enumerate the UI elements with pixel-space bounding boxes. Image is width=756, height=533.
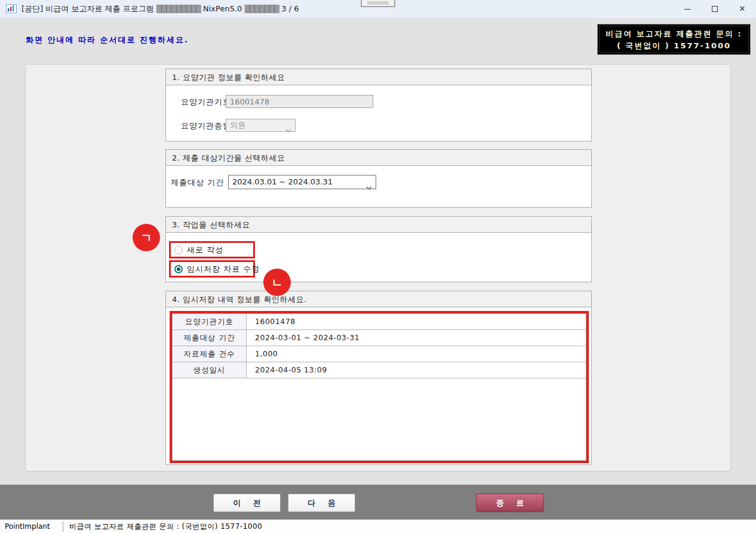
close-icon: ✕ <box>739 4 746 13</box>
annotation-badge-nieun: ㄴ <box>263 269 291 296</box>
table-row-value: 2024-04-05 13:09 <box>247 362 586 378</box>
title-separator-1: ▒▒▒▒▒▒▒▒▒ <box>156 5 201 13</box>
status-app-name: PointImplant <box>5 520 50 533</box>
table-row-label: 생성일시 <box>173 362 247 378</box>
application-window: [공단] 비급여 보고자료 제출 프로그램 ▒▒▒▒▒▒▒▒▒ NixPen5.… <box>0 0 756 533</box>
radio-option-new[interactable]: 새로 작성 <box>171 243 253 257</box>
period-select[interactable]: 2024.03.01 ~ 2024.03.31 <box>228 175 376 189</box>
table-row-value: 16001478 <box>247 314 586 329</box>
status-message: 비급여 보고자료 제출관련 문의 : (국번없이) 1577-1000 <box>69 520 262 533</box>
minimize-icon <box>684 9 691 10</box>
contact-line-2: ( 국번없이 ) 1577-1000 <box>598 40 750 52</box>
step-indicator: 3 / 6 <box>281 4 299 13</box>
table-row: 자료제출 건수 1,000 <box>173 346 586 362</box>
org-type-select: 의원 <box>226 119 296 132</box>
saved-info-table: 요양기관기호 16001478 제출대상 기간 2024-03-01 ~ 202… <box>172 313 586 461</box>
chevron-down-icon <box>366 181 372 194</box>
minimize-button[interactable] <box>674 0 701 18</box>
org-code-input <box>226 95 373 108</box>
org-type-selected-value: 의원 <box>230 121 245 130</box>
period-label: 제출대상 기간 : <box>171 176 231 189</box>
window-snap-handle <box>361 0 395 7</box>
section-task: 3. 작업을 선택하세요 새로 작성 임시저장 자료 수정 <box>165 216 592 282</box>
section-org-info-title: 1. 요양기관 정보를 확인하세요 <box>166 69 591 85</box>
title-separator-2: ▒▒▒▒▒▒▒ <box>245 5 279 13</box>
table-row: 제출대상 기간 2024-03-01 ~ 2024-03-31 <box>173 330 586 346</box>
title-bar[interactable]: [공단] 비급여 보고자료 제출 프로그램 ▒▒▒▒▒▒▒▒▒ NixPen5.… <box>0 0 756 18</box>
window-title: [공단] 비급여 보고자료 제출 프로그램 ▒▒▒▒▒▒▒▒▒ NixPen5.… <box>21 0 299 18</box>
period-selected-value: 2024.03.01 ~ 2024.03.31 <box>232 177 333 186</box>
close-button[interactable]: ✕ <box>729 0 756 18</box>
contact-line-1: 비급여 보고자료 제출관련 문의 : <box>598 28 750 40</box>
previous-button[interactable]: 이 전 <box>213 494 281 512</box>
guide-text: 화면 안내에 따라 순서대로 진행하세요. <box>26 35 189 45</box>
highlight-frame-table: 요양기관기호 16001478 제출대상 기간 2024-03-01 ~ 202… <box>170 311 589 463</box>
footer-bar: 이 전 다 음 종 료 <box>0 485 756 519</box>
highlight-frame-new: 새로 작성 <box>169 241 255 258</box>
annotation-badge-giyeok: ㄱ <box>133 224 160 251</box>
table-row-label: 요양기관기호 <box>173 314 247 329</box>
table-row-value: 2024-03-01 ~ 2024-03-31 <box>247 330 586 346</box>
app-chart-icon <box>6 4 17 13</box>
maximize-button[interactable] <box>701 0 729 18</box>
table-row: 요양기관기호 16001478 <box>173 314 586 330</box>
section-saved-info: 4. 임시저장 내역 정보를 확인하세요. 요양기관기호 16001478 제출… <box>165 291 592 465</box>
table-row: 생성일시 2024-04-05 13:09 <box>173 362 586 378</box>
radio-checked-icon[interactable] <box>174 265 183 273</box>
section-period-title: 2. 제출 대상기간을 선택하세요 <box>166 150 591 166</box>
table-row-value: 1,000 <box>247 346 586 362</box>
next-button[interactable]: 다 음 <box>288 494 355 512</box>
window-title-version: NixPen5.0 <box>203 4 242 13</box>
radio-unchecked-icon[interactable] <box>174 246 183 254</box>
radio-label-edit: 임시저장 자료 수정 <box>187 264 260 275</box>
section-saved-info-title: 4. 임시저장 내역 정보를 확인하세요. <box>166 291 591 307</box>
table-row-label: 제출대상 기간 <box>173 330 247 346</box>
contact-info-box: 비급여 보고자료 제출관련 문의 : ( 국번없이 ) 1577-1000 <box>597 24 751 55</box>
highlight-frame-edit: 임시저장 자료 수정 <box>169 260 255 278</box>
maximize-icon <box>712 6 718 12</box>
radio-label-new: 새로 작성 <box>187 245 223 255</box>
window-title-text: [공단] 비급여 보고자료 제출 프로그램 <box>21 4 154 13</box>
status-bar: PointImplant 비급여 보고자료 제출관련 문의 : (국번없이) 1… <box>0 519 756 533</box>
chevron-down-icon <box>285 124 291 136</box>
section-period: 2. 제출 대상기간을 선택하세요 제출대상 기간 : 2024.03.01 ~… <box>165 149 592 208</box>
exit-button[interactable]: 종 료 <box>476 494 544 512</box>
radio-option-edit[interactable]: 임시저장 자료 수정 <box>171 262 253 276</box>
table-row-label: 자료제출 건수 <box>173 346 247 362</box>
status-separator <box>63 521 63 532</box>
section-org-info: 1. 요양기관 정보를 확인하세요 요양기관기호 : 요양기관종별 : 의원 <box>165 69 592 141</box>
section-task-title: 3. 작업을 선택하세요 <box>166 217 591 233</box>
